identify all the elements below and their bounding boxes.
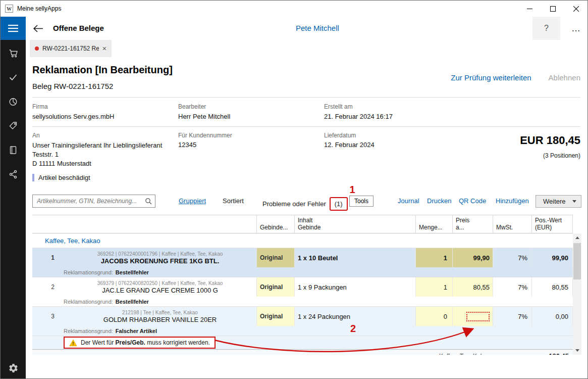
- scroll-down-icon[interactable]: [573, 346, 581, 355]
- annotation-dotted-cell: [466, 312, 490, 321]
- annotation-box-1: (1) 1: [330, 197, 348, 211]
- add-link[interactable]: Hinzufügen: [496, 197, 529, 205]
- col-header-poswert[interactable]: Pos.-Wert(EUR): [532, 215, 573, 233]
- maximize-button[interactable]: [541, 1, 564, 17]
- grouped-toggle[interactable]: Gruppiert: [179, 197, 206, 205]
- group-header[interactable]: Kaffee, Tee, Kakao: [32, 233, 573, 248]
- menge-cell[interactable]: 1: [416, 277, 453, 297]
- problems-count: (1): [335, 200, 343, 208]
- mwst-cell: 7%: [493, 277, 532, 297]
- positions-table: Gebinde... InhaltGebinde Menge... Preisa…: [32, 215, 573, 355]
- gebinde-cell[interactable]: Original: [257, 307, 295, 326]
- pie-chart-icon[interactable]: [1, 91, 26, 112]
- header-more-button[interactable]: …: [564, 17, 587, 40]
- tab-document[interactable]: RW-0221-161752 Re... ×: [30, 40, 112, 57]
- journal-link[interactable]: Journal: [398, 197, 419, 205]
- table-header-row: Gebinde... InhaltGebinde Menge... Preisa…: [32, 215, 573, 233]
- forward-for-review-button[interactable]: Zur Prüfung weiterleiten: [451, 73, 531, 82]
- qr-code-link[interactable]: QR Code: [459, 197, 486, 205]
- gear-icon[interactable]: [1, 358, 26, 378]
- footer-group-total: 180,45: [532, 350, 573, 355]
- menge-cell[interactable]: 0: [416, 307, 453, 326]
- field-value-an: Unser Trainingslieferant Ihr Lieblingsli…: [32, 141, 162, 168]
- document-actions: Zur Prüfung weiterleiten Ablehnen: [451, 73, 580, 82]
- sidebar: [1, 40, 26, 378]
- col-header-preis[interactable]: Preisa...: [453, 215, 493, 233]
- tab-label: RW-0221-161752 Re...: [42, 45, 99, 52]
- problems-filter[interactable]: Probleme oder Fehler (1) 1: [262, 197, 348, 211]
- reason-value: Bestellfehler: [116, 269, 149, 275]
- note-text: Artikel beschädigt: [38, 174, 90, 181]
- more-dropdown-button[interactable]: Weitere: [536, 195, 581, 208]
- field-value-kundennummer: 12345: [178, 141, 196, 149]
- share-icon[interactable]: [1, 164, 26, 184]
- inhalt-cell: 1 x 10 Beutel: [295, 248, 416, 267]
- preis-cell-empty[interactable]: [453, 307, 493, 326]
- reject-button[interactable]: Ablehnen: [549, 73, 580, 82]
- reason-row[interactable]: Reklamationsgrund: Bestellfehler: [32, 297, 573, 307]
- table-row[interactable]: 1 369262 | 07622400001796 | Kaffee | Kaf…: [32, 248, 573, 267]
- gebinde-cell[interactable]: Original: [257, 277, 295, 297]
- mwst-cell: 7%: [493, 248, 532, 267]
- hamburger-menu-icon[interactable]: [1, 17, 26, 40]
- cart-icon[interactable]: [1, 43, 26, 63]
- field-label-erstellt-am: Erstellt am: [324, 103, 353, 110]
- preis-cell[interactable]: 99,90: [453, 248, 493, 267]
- inhalt-cell: 1 x 24 Packungen: [295, 307, 416, 326]
- col-header-gebinde[interactable]: Gebinde...: [257, 215, 295, 233]
- search-icon: [145, 198, 152, 207]
- col-header-article[interactable]: [59, 215, 257, 233]
- group-footer-row: Kaffee, Tee, Kakao 180,45: [32, 349, 573, 355]
- document-number: Beleg RW-0221-161752: [32, 82, 113, 90]
- search-input[interactable]: [32, 195, 155, 208]
- field-value-erstellt-am: 21. Februar 2024 16:17: [324, 113, 393, 120]
- field-label-lieferdatum: Lieferdatum: [324, 132, 356, 139]
- window-controls: [518, 1, 587, 17]
- help-button[interactable]: ?: [532, 17, 560, 40]
- tools-button[interactable]: Tools: [349, 196, 373, 207]
- check-icon[interactable]: [1, 67, 26, 87]
- problems-label: Probleme oder Fehler: [262, 200, 326, 208]
- reason-value: Falscher Artikel: [116, 328, 157, 334]
- warning-text: Der Wert für Preis/Geb. muss korrigiert …: [81, 339, 210, 346]
- unsaved-indicator-dot: [35, 46, 39, 51]
- article-meta: 212198 | Tee | Kaffee, Tee, Kakao: [122, 309, 198, 316]
- field-label-firma: Firma: [32, 103, 48, 110]
- reason-label: Reklamationsgrund:: [64, 328, 113, 334]
- print-link[interactable]: Drucken: [427, 197, 451, 205]
- tag-icon[interactable]: [1, 116, 26, 136]
- more-dropdown-label: Weitere: [543, 198, 566, 205]
- scroll-up-icon[interactable]: [573, 233, 581, 242]
- table-scrollbar[interactable]: [573, 233, 581, 355]
- warning-row: Der Wert für Preis/Geb. muss korrigiert …: [32, 336, 573, 349]
- col-header-mwst[interactable]: MwSt.: [493, 215, 532, 233]
- field-value-lieferdatum: 12. Februar 2024: [324, 141, 375, 149]
- field-label-an: An: [32, 132, 40, 139]
- back-arrow-icon[interactable]: [30, 21, 46, 35]
- reason-row[interactable]: Reklamationsgrund: Bestellfehler: [32, 267, 573, 277]
- field-label-bearbeiter: Bearbeiter: [178, 103, 206, 110]
- mwst-cell: 7%: [493, 307, 532, 326]
- menge-cell[interactable]: 1: [416, 248, 453, 267]
- table-row[interactable]: 2 369379 | 07622400820250 | Kaffee | Kaf…: [32, 277, 573, 297]
- sorted-toggle[interactable]: Sortiert: [223, 197, 244, 205]
- user-name[interactable]: Pete Mitchell: [296, 24, 339, 32]
- scrollbar-thumb[interactable]: [573, 243, 581, 279]
- total-amount: EUR 180,45: [520, 134, 580, 147]
- preis-cell[interactable]: 80,55: [453, 277, 493, 297]
- col-header-menge[interactable]: Menge...: [416, 215, 453, 233]
- tab-close-icon[interactable]: ×: [102, 44, 106, 53]
- table-row[interactable]: 3 212198 | Tee | Kaffee, Tee, Kakao GOLD…: [32, 307, 573, 326]
- close-button[interactable]: [564, 1, 587, 17]
- gebinde-cell[interactable]: Original: [257, 248, 295, 267]
- complaint-note: Artikel beschädigt: [32, 174, 90, 181]
- col-header-num: [32, 215, 59, 233]
- annotation-step-1: 1: [350, 184, 355, 196]
- col-header-inhalt[interactable]: InhaltGebinde: [295, 215, 416, 233]
- book-icon[interactable]: [1, 140, 26, 160]
- field-value-bearbeiter: Herr Pete Mitchell: [178, 113, 230, 120]
- chevron-down-icon: [572, 200, 576, 203]
- reason-row[interactable]: Reklamationsgrund: Falscher Artikel: [32, 326, 573, 336]
- minimize-button[interactable]: [518, 1, 541, 17]
- tab-bar: RW-0221-161752 Re... ×: [26, 40, 587, 57]
